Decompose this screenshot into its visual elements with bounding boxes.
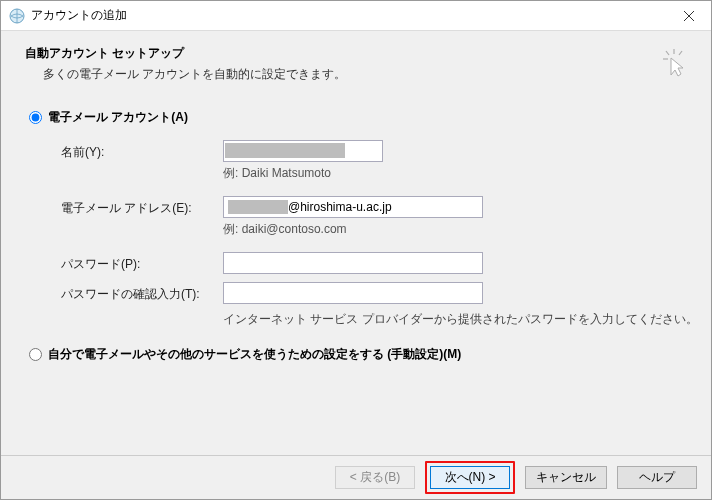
app-icon xyxy=(9,8,25,24)
content-area: 自動アカウント セットアップ 多くの電子メール アカウントを自動的に設定できます… xyxy=(1,31,711,455)
radio-email-account-label: 電子メール アカウント(A) xyxy=(48,109,188,126)
wizard-header: 自動アカウント セットアップ 多くの電子メール アカウントを自動的に設定できます… xyxy=(25,45,687,83)
email-input[interactable]: @hiroshima-u.ac.jp xyxy=(223,196,483,218)
radio-manual-setup-row: 自分で電子メールやその他のサービスを使うための設定をする (手動設定)(M) xyxy=(25,346,687,363)
password-label: パスワード(P): xyxy=(61,252,211,274)
back-button[interactable]: < 戻る(B) xyxy=(335,466,415,489)
password-hint: インターネット サービス プロバイダーから提供されたパスワードを入力してください… xyxy=(223,311,483,328)
window-title: アカウントの追加 xyxy=(31,7,666,24)
help-button[interactable]: ヘルプ xyxy=(617,466,697,489)
next-button[interactable]: 次へ(N) > xyxy=(430,466,510,489)
radio-manual-setup[interactable] xyxy=(29,348,42,361)
password-confirm-input[interactable] xyxy=(223,282,483,304)
radio-manual-setup-label: 自分で電子メールやその他のサービスを使うための設定をする (手動設定)(M) xyxy=(48,346,461,363)
next-button-highlight: 次へ(N) > xyxy=(425,461,515,494)
header-title: 自動アカウント セットアップ xyxy=(25,45,687,62)
svg-line-6 xyxy=(679,51,682,55)
add-account-dialog: アカウントの追加 自動アカウント セットアップ 多くの電子メール アカウントを自… xyxy=(0,0,712,500)
svg-line-4 xyxy=(666,51,669,55)
password-confirm-label: パスワードの確認入力(T): xyxy=(61,278,211,304)
email-example: 例: daiki@contoso.com xyxy=(223,221,483,238)
name-example: 例: Daiki Matsumoto xyxy=(223,165,483,182)
email-domain-suffix: @hiroshima-u.ac.jp xyxy=(288,200,392,214)
radio-email-account-row: 電子メール アカウント(A) xyxy=(25,109,687,126)
radio-email-account[interactable] xyxy=(29,111,42,124)
wizard-cursor-icon xyxy=(661,49,687,79)
password-input[interactable] xyxy=(223,252,483,274)
button-bar: < 戻る(B) 次へ(N) > キャンセル ヘルプ xyxy=(1,455,711,499)
masked-email-local xyxy=(228,200,288,214)
name-label: 名前(Y): xyxy=(61,140,211,192)
email-label: 電子メール アドレス(E): xyxy=(61,196,211,248)
header-subtitle: 多くの電子メール アカウントを自動的に設定できます。 xyxy=(43,66,687,83)
cancel-button[interactable]: キャンセル xyxy=(525,466,607,489)
titlebar: アカウントの追加 xyxy=(1,1,711,31)
masked-name-overlay xyxy=(225,143,345,158)
close-button[interactable] xyxy=(666,1,711,31)
